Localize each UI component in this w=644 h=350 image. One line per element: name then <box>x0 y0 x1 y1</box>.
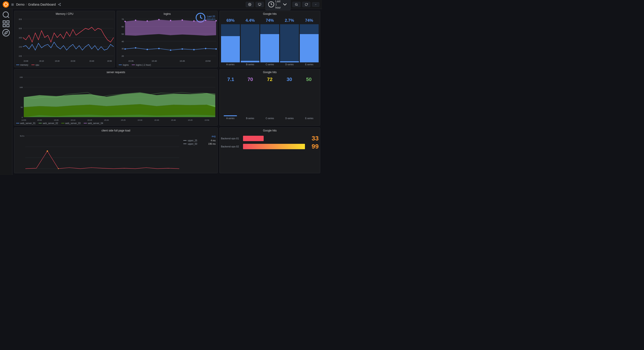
svg-text:15:05: 15:05 <box>54 119 58 121</box>
google-hits-top-body: 69% 4.4% 74% 2.7% 74% <box>220 17 320 67</box>
svg-text:15:30: 15:30 <box>138 119 142 121</box>
svg-marker-97 <box>24 93 215 107</box>
svg-text:50: 50 <box>21 106 23 108</box>
google-mid-bar-b: B-series <box>241 116 260 120</box>
legend-memory-label: memory <box>20 64 28 66</box>
svg-text:20: 20 <box>122 55 124 57</box>
backend-ops-01-bar <box>243 136 306 141</box>
svg-rect-22 <box>7 21 9 23</box>
memory-cpu-chart: 8 B 6 B 4 B 2 B 0 B 6% 5% 4% 3% 2% 1% 0% <box>14 17 115 63</box>
client-upper25: upper_25 4 ms <box>183 139 216 142</box>
svg-line-17 <box>297 5 298 6</box>
legend-ws01: web_server_01 <box>16 122 36 124</box>
google-bar-a: A-series <box>221 24 240 66</box>
google-mid-values: 7.1 70 72 30 50 <box>221 76 319 82</box>
google-hit-b-value: 4.4% <box>246 18 255 23</box>
panel-google-hits-mid: Google hits 7.1 70 72 30 50 <box>220 69 320 126</box>
legend-logins-1hr: logins (-1 hour) <box>132 64 151 66</box>
svg-point-77 <box>170 20 171 21</box>
share-icon[interactable] <box>58 3 61 6</box>
sidebar-item-search[interactable] <box>2 11 10 19</box>
sidebar-item-explore[interactable] <box>2 29 10 37</box>
svg-text:15:00: 15:00 <box>24 60 28 62</box>
legend-cpu: cpu <box>32 64 39 66</box>
google-bar-e: E-series <box>300 24 319 66</box>
svg-text:15:20: 15:20 <box>104 119 109 121</box>
svg-line-10 <box>59 4 60 4</box>
svg-point-68 <box>170 49 171 51</box>
svg-point-74 <box>135 20 136 21</box>
google-hits-bot-title: Google hits <box>220 128 320 134</box>
time-range-button[interactable]: Last 1 hour <box>266 0 290 10</box>
backend-ops-02-label: Backend-ops-02 <box>221 145 241 148</box>
svg-point-25 <box>3 30 10 36</box>
svg-text:0 B: 0 B <box>19 55 22 57</box>
panel-google-hits-bot: Google hits Backend-ops-01 33 Backend-op… <box>220 128 320 173</box>
svg-point-116 <box>47 150 48 152</box>
legend-logins: logins <box>119 64 128 66</box>
google-bot-row-1: Backend-ops-01 33 <box>221 135 319 142</box>
legend-ws04: web_server_04 <box>84 122 103 124</box>
svg-text:15:45: 15:45 <box>188 119 192 121</box>
svg-text:150: 150 <box>20 76 23 78</box>
google-bar-c: C-series <box>260 24 279 66</box>
layout: Memory / CPU 8 B 6 B 4 B 2 B 0 B <box>0 9 322 175</box>
zoom-out-button[interactable] <box>292 2 300 7</box>
google-hits-top-values: 69% 4.4% 74% 2.7% 74% <box>221 18 319 23</box>
google-mid-b-val: 70 <box>240 76 260 82</box>
logins-chart: 70 60 50 40 30 20 <box>117 17 217 63</box>
server-req-chart: 150 100 50 0 14:55 15:00 15:05 <box>14 75 218 121</box>
backend-ops-01-label: Backend-ops-01 <box>221 137 241 140</box>
refresh-button[interactable] <box>302 2 310 7</box>
google-mid-bar-d: D-series <box>280 116 299 120</box>
legend-cpu-label: cpu <box>36 64 39 66</box>
settings-button[interactable] <box>246 2 254 7</box>
svg-point-8 <box>60 5 61 6</box>
svg-point-75 <box>146 20 148 22</box>
svg-text:2 B: 2 B <box>19 46 22 48</box>
svg-point-65 <box>135 47 136 48</box>
server-req-legend: web_server_01 web_server_02 web_server_0… <box>14 121 218 126</box>
google-bar-c-label: C-series <box>266 63 274 66</box>
svg-text:15:40: 15:40 <box>171 119 176 121</box>
svg-point-76 <box>158 19 160 20</box>
svg-text:8 B: 8 B <box>19 18 22 20</box>
client-load-body: 5.0 s avg upper_25 4 <box>14 134 218 173</box>
svg-marker-63 <box>125 20 216 36</box>
tv-mode-button[interactable] <box>256 2 264 7</box>
svg-text:6 B: 6 B <box>19 27 22 30</box>
server-req-title: server requests <box>14 69 218 75</box>
grid-icon: ⊞ <box>11 3 14 6</box>
topbar-prefix: Demo <box>16 3 24 6</box>
client-legend: avg upper_25 4 ms upper_50 196 ms <box>182 134 218 173</box>
google-mid-bar-a: A-series <box>221 115 240 120</box>
svg-point-64 <box>124 48 126 50</box>
svg-point-67 <box>158 48 160 49</box>
panel-server-requests: server requests 150 100 50 0 <box>14 69 218 126</box>
svg-rect-23 <box>3 24 6 27</box>
backend-ops-02-bar <box>243 144 306 149</box>
backend-ops-02-value: 99 <box>308 143 319 150</box>
google-hits-bot-body: Backend-ops-01 33 Backend-ops-02 99 <box>220 134 320 173</box>
google-bot-row-2: Backend-ops-02 99 <box>221 143 319 150</box>
svg-text:15:10: 15:10 <box>39 60 44 62</box>
svg-text:15:20: 15:20 <box>55 60 60 62</box>
sidebar <box>0 9 12 175</box>
google-mid-d-val: 30 <box>280 76 299 82</box>
google-bar-d: D-series <box>280 24 299 66</box>
logins-title: logins Last 20 minutes <box>117 11 217 17</box>
backend-ops-01-value: 33 <box>308 135 319 142</box>
svg-point-19 <box>3 12 8 17</box>
google-bar-d-label: D-series <box>286 63 294 66</box>
svg-point-78 <box>182 19 183 21</box>
svg-point-71 <box>205 48 206 49</box>
topbar-slash: / <box>26 3 27 6</box>
svg-text:15:30: 15:30 <box>70 60 75 62</box>
google-mid-bar-e: E-series <box>300 116 319 120</box>
svg-text:0: 0 <box>22 116 23 118</box>
sidebar-item-dashboards[interactable] <box>2 20 10 28</box>
svg-text:30: 30 <box>122 48 124 50</box>
google-mid-e-val: 50 <box>299 76 319 82</box>
dropdown-button[interactable] <box>312 2 319 7</box>
panel-memory-cpu: Memory / CPU 8 B 6 B 4 B 2 B 0 B <box>14 11 115 67</box>
